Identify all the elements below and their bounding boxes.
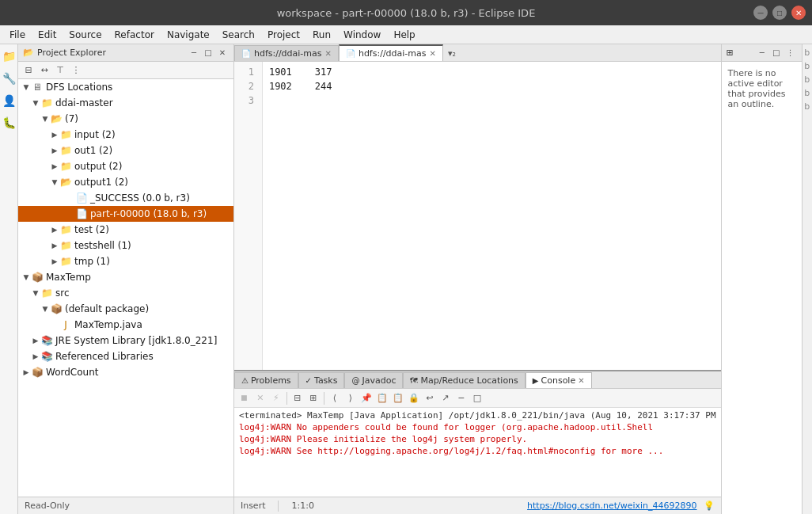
explorer-maximize-btn[interactable]: □ [202,47,214,59]
icon-testshell: 📁 [59,239,72,252]
scroll-lock-btn[interactable]: 🔒 [407,391,421,405]
tree-item-dfs-locations[interactable]: ▼ 🖥 DFS Locations [18,79,233,95]
menu-search[interactable]: Search [216,25,261,44]
menu-window[interactable]: Window [337,25,387,44]
tree-item-part-r[interactable]: 📄 part-r-00000 (18.0 b, r3) [18,206,233,222]
file-tree: ▼ 🖥 DFS Locations ▼ 📁 ddai-master ▼ 📂 (7… [18,79,233,497]
explorer-close-btn[interactable]: ✕ [216,47,229,59]
far-right-icon-4[interactable]: b [804,88,810,98]
status-position: 1:1:0 [291,501,313,511]
sidebar-icon-3[interactable]: 👤 [0,92,17,109]
tree-item-success[interactable]: 📄 _SUCCESS (0.0 b, r3) [18,190,233,206]
maximize-button[interactable]: □ [772,6,787,20]
far-right-icon-2[interactable]: b [804,61,810,71]
tree-item-maxtemp[interactable]: ▼ 📦 MaxTemp [18,269,233,285]
tree-item-maxtemp-java[interactable]: J MaxTemp.java [18,317,233,333]
tree-item-output[interactable]: ▶ 📁 output (2) [18,158,233,174]
icon-out1: 📁 [59,144,72,157]
tree-item-ref-libs[interactable]: ▶ 📚 Referenced Libraries [18,348,233,364]
explorer-toolbar: ⊟ ↔ ⊤ ⋮ [18,62,233,79]
console-close[interactable]: ✕ [578,376,584,385]
clear-btn[interactable]: ⊟ [290,391,305,405]
tab-dropdown[interactable]: ▾₂ [443,45,461,61]
menu-project[interactable]: Project [261,25,306,44]
outline-maximize[interactable]: □ [770,47,783,59]
prev-btn[interactable]: ⟨ [328,391,342,405]
tree-item-out1[interactable]: ▶ 📁 out1 (2) [18,143,233,158]
editor-tab-1[interactable]: 📄 hdfs://ddai-mas ✕ [234,45,339,61]
word-wrap-btn[interactable]: ↩ [423,391,437,405]
tree-item-wordcount[interactable]: ▶ 📦 WordCount [18,364,233,380]
console-tab-problems[interactable]: ⚠ Problems [234,372,298,388]
tab1-close[interactable]: ✕ [325,49,332,58]
far-right-icon-1[interactable]: b [804,48,810,58]
console-tab-mapreduce[interactable]: 🗺 Map/Reduce Locations [403,372,525,388]
sidebar-icon-4[interactable]: 🐛 [0,114,17,131]
tree-item-output1[interactable]: ▼ 📂 output1 (2) [18,174,233,190]
editor-tab-2[interactable]: 📄 hdfs://ddai-mas ✕ [339,44,443,61]
far-right-icon-5[interactable]: b [804,101,810,112]
status-right: https://blog.csdn.net/weixin_44692890 💡 [527,501,715,511]
arrow-default-pkg: ▼ [40,305,50,313]
paste-btn[interactable]: 📋 [391,391,405,405]
pin-btn[interactable]: 📌 [359,391,374,405]
close-button[interactable]: ✕ [791,6,806,20]
tree-item-ddai-master[interactable]: ▼ 📁 ddai-master [18,95,233,111]
tree-item-tmp[interactable]: ▶ 📁 tmp (1) [18,253,233,269]
outline-minimize[interactable]: ─ [756,47,768,59]
tree-item-default-pkg[interactable]: ▼ 📦 (default package) [18,301,233,317]
problems-icon: ⚠ [241,376,249,385]
tree-item-test[interactable]: ▶ 📁 test (2) [18,222,233,238]
terminate-btn[interactable]: ✕ [253,391,268,405]
menu-help[interactable]: Help [387,25,421,44]
explorer-minimize-btn[interactable]: ─ [188,47,200,59]
tree-item-jre[interactable]: ▶ 📚 JRE System Library [jdk1.8.0_221] [18,333,233,348]
icon-success: 📄 [75,192,88,204]
menu-file[interactable]: File [3,25,32,44]
editor-text[interactable]: 1901 317 1902 244 [263,62,721,370]
arrow-dfs: ▼ [21,83,31,91]
icon-tmp: 📁 [59,255,72,268]
link-editor-btn[interactable]: ↔ [37,63,51,78]
menu-navigate[interactable]: Navigate [161,25,216,44]
console-tab-console[interactable]: ▶ Console ✕ [526,372,592,388]
copy-btn[interactable]: 📋 [375,391,389,405]
explorer-status: Read-Only [18,497,233,514]
mapreduce-icon: 🗺 [410,376,418,385]
collapse-all-btn[interactable]: ⊟ [21,63,36,78]
expand-btn[interactable]: ⊞ [306,391,321,405]
console-tab-javadoc[interactable]: @ Javadoc [344,372,403,388]
blog-link[interactable]: https://blog.csdn.net/weixin_44692890 [527,501,697,511]
no-outline-text: There is no active editor that provides … [728,68,786,109]
next-btn[interactable]: ⟩ [343,391,358,405]
tab2-close[interactable]: ✕ [430,49,436,58]
sidebar-icon-2[interactable]: 🔧 [0,70,17,87]
open-external-btn[interactable]: ↗ [438,391,453,405]
far-right-icon-3[interactable]: b [804,74,810,85]
console-tab-tasks[interactable]: ✓ Tasks [298,372,345,388]
tree-item-src[interactable]: ▼ 📁 src [18,285,233,301]
stop-btn[interactable]: ⏹ [237,391,252,405]
arrow-out1: ▶ [50,147,59,154]
menu-run[interactable]: Run [306,25,337,44]
minimize-button[interactable]: ─ [753,6,768,20]
run-btn[interactable]: ⚡ [269,391,283,405]
menu-refactor[interactable]: Refactor [108,25,161,44]
console-minimize[interactable]: ─ [454,391,469,405]
menu-edit[interactable]: Edit [32,25,63,44]
tree-item-testshell[interactable]: ▶ 📁 testshell (1) [18,238,233,253]
menu-source[interactable]: Source [63,25,108,44]
icon-default-pkg: 📦 [50,303,63,315]
project-explorer-panel: 📂 Project Explorer ─ □ ✕ ⊟ ↔ ⊤ ⋮ ▼ 🖥 DFS… [18,44,234,514]
tree-item-7[interactable]: ▼ 📂 (7) [18,111,233,127]
view-menu-btn[interactable]: ⋮ [69,63,83,78]
filter-btn[interactable]: ⊤ [53,63,67,78]
left-sidebar: 📁 🔧 👤 🐛 [0,44,18,514]
lightbulb-icon[interactable]: 💡 [704,501,715,511]
outline-settings[interactable]: ⋮ [784,47,797,59]
sidebar-icon-1[interactable]: 📁 [0,48,17,65]
tree-item-input[interactable]: ▶ 📁 input (2) [18,127,233,143]
arrow-src: ▼ [31,289,40,297]
label-src: src [55,287,70,299]
console-maximize[interactable]: □ [470,391,484,405]
